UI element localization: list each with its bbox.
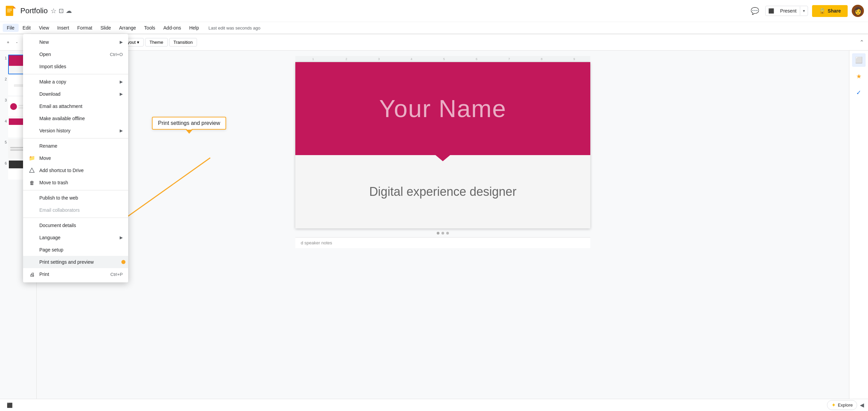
document-title[interactable]: Portfolio <box>20 6 48 15</box>
menu-item-drive-shortcut[interactable]: Add shortcut to Drive <box>23 164 128 176</box>
folder-move-icon: 📁 <box>28 155 35 162</box>
canvas-area: 1 2 3 4 5 6 7 8 9 Your Name Digital expe… <box>37 51 849 399</box>
explore-button[interactable]: ✦ Explore <box>827 400 857 410</box>
menu-divider-3 <box>23 190 128 190</box>
svg-rect-4 <box>7 12 11 12</box>
slide-dot-3 <box>446 232 449 235</box>
menu-item-email-attach[interactable]: Email as attachment <box>23 100 128 112</box>
file-dropdown-menu: New ▶ Open Ctrl+O Import slides Make a c… <box>23 34 128 282</box>
menu-item-print[interactable]: 🖨 Print Ctrl+P <box>23 268 128 280</box>
menu-help[interactable]: Help <box>185 24 203 32</box>
slide-num-3: 3 <box>2 98 7 102</box>
copy-icon <box>28 78 35 85</box>
doc-details-label: Document details <box>39 223 123 228</box>
menu-item-move[interactable]: 📁 Move <box>23 152 128 164</box>
explore-label: Explore <box>838 403 853 408</box>
present-button[interactable]: ⬛ Present ▾ <box>765 6 808 16</box>
print-preview-label: Print settings and preview <box>39 259 123 265</box>
menu-item-copy[interactable]: Make a copy ▶ <box>23 76 128 88</box>
menu-item-rename[interactable]: Rename <box>23 140 128 152</box>
menu-item-download[interactable]: Download ▶ <box>23 88 128 100</box>
present-arrow-icon[interactable]: ▾ <box>800 6 808 15</box>
cloud-icon[interactable]: ☁ <box>66 7 72 15</box>
slide-title[interactable]: Your Name <box>379 95 507 123</box>
version-icon <box>28 127 35 134</box>
new-label: New <box>39 39 120 45</box>
menu-item-version[interactable]: Version history ▶ <box>23 125 128 137</box>
toolbar-zoom-minus[interactable]: - <box>14 38 20 46</box>
collapse-panels-button[interactable]: ⌃ <box>860 39 864 45</box>
menu-section-2: Make a copy ▶ Download ▶ Email as attach… <box>23 76 128 137</box>
speaker-notes: d speaker notes <box>295 237 590 248</box>
version-arrow: ▶ <box>120 128 123 133</box>
menu-item-email-collab[interactable]: Email collaborators <box>23 204 128 216</box>
menu-bar: File Edit View Insert Format Slide Arran… <box>0 22 868 34</box>
toolbar-zoom-add[interactable]: + <box>4 38 12 46</box>
menu-edit[interactable]: Edit <box>19 24 35 32</box>
bottom-right-controls: ✦ Explore ◀ <box>827 400 864 410</box>
sidebar-third-icon[interactable]: ✓ <box>852 86 866 99</box>
menu-item-open[interactable]: Open Ctrl+O <box>23 48 128 60</box>
offline-label: Make available offline <box>39 116 123 121</box>
menu-item-trash[interactable]: 🗑 Move to trash <box>23 176 128 189</box>
print-icon: 🖨 <box>28 271 35 278</box>
slide-subtitle[interactable]: Digital experience designer <box>369 185 516 199</box>
new-icon <box>28 39 35 45</box>
menu-view[interactable]: View <box>35 24 53 32</box>
theme-button[interactable]: Theme <box>145 38 167 46</box>
horizontal-ruler: 1 2 3 4 5 6 7 8 9 <box>295 56 590 62</box>
sidebar-comments-icon[interactable]: ★ <box>852 70 866 83</box>
email-collab-icon <box>28 207 35 213</box>
trash-icon: 🗑 <box>28 179 35 186</box>
page-setup-icon <box>28 246 35 253</box>
menu-item-new[interactable]: New ▶ <box>23 36 128 48</box>
menu-file[interactable]: File <box>3 24 19 32</box>
menu-insert[interactable]: Insert <box>53 24 73 32</box>
title-action-icons: ☆ ⊡ ☁ <box>51 7 72 15</box>
copy-arrow: ▶ <box>120 79 123 84</box>
email-attach-label: Email as attachment <box>39 104 123 109</box>
present-label[interactable]: Present <box>777 6 800 16</box>
slide-num-5: 5 <box>2 140 7 144</box>
slide-navigation <box>437 232 449 235</box>
menu-section-1: New ▶ Open Ctrl+O Import slides <box>23 36 128 73</box>
user-avatar[interactable]: 👩 <box>852 5 864 17</box>
transition-button[interactable]: Transition <box>169 38 197 46</box>
menu-item-language[interactable]: Language ▶ <box>23 231 128 244</box>
expand-panel-button[interactable]: ◀ <box>860 402 864 408</box>
last-edit-text: Last edit was seconds ago <box>209 25 260 31</box>
slide-canvas[interactable]: Your Name Digital experience designer <box>295 62 590 228</box>
layout-arrow: ▾ <box>137 40 139 45</box>
slides-panel-toggle[interactable]: ⬛ <box>4 400 15 410</box>
menu-item-offline[interactable]: Make available offline <box>23 112 128 125</box>
slide-top-section: Your Name <box>295 62 590 155</box>
download-arrow: ▶ <box>120 92 123 96</box>
comment-button[interactable]: 💬 <box>749 5 761 17</box>
menu-arrange[interactable]: Arrange <box>115 24 140 32</box>
svg-rect-3 <box>7 10 12 11</box>
sidebar-explore-icon[interactable]: ⬜ <box>852 53 866 67</box>
sidebar-comment-icon: ★ <box>856 73 862 80</box>
lock-icon: 🔒 <box>819 8 826 14</box>
slide-num-2: 2 <box>2 77 7 81</box>
publish-icon <box>28 194 35 201</box>
menu-item-print-preview[interactable]: Print settings and preview <box>23 256 128 268</box>
import-label: Import slides <box>39 64 123 69</box>
menu-format[interactable]: Format <box>73 24 96 32</box>
share-button[interactable]: 🔒 Share <box>812 5 848 17</box>
menu-item-doc-details[interactable]: Document details <box>23 219 128 231</box>
menu-addons[interactable]: Add-ons <box>159 24 185 32</box>
menu-item-page-setup[interactable]: Page setup <box>23 244 128 256</box>
star-icon[interactable]: ☆ <box>51 7 57 15</box>
right-sidebar: ⬜ ★ ✓ <box>849 51 868 399</box>
slide-dot-2 <box>441 232 444 235</box>
folder-icon[interactable]: ⊡ <box>59 7 64 15</box>
menu-item-publish[interactable]: Publish to the web <box>23 192 128 204</box>
print-preview-icon <box>28 259 35 265</box>
language-arrow: ▶ <box>120 235 123 240</box>
menu-slide[interactable]: Slide <box>96 24 115 32</box>
download-label: Download <box>39 91 120 97</box>
menu-item-import[interactable]: Import slides <box>23 60 128 73</box>
menu-tools[interactable]: Tools <box>140 24 159 32</box>
offline-icon <box>28 115 35 122</box>
